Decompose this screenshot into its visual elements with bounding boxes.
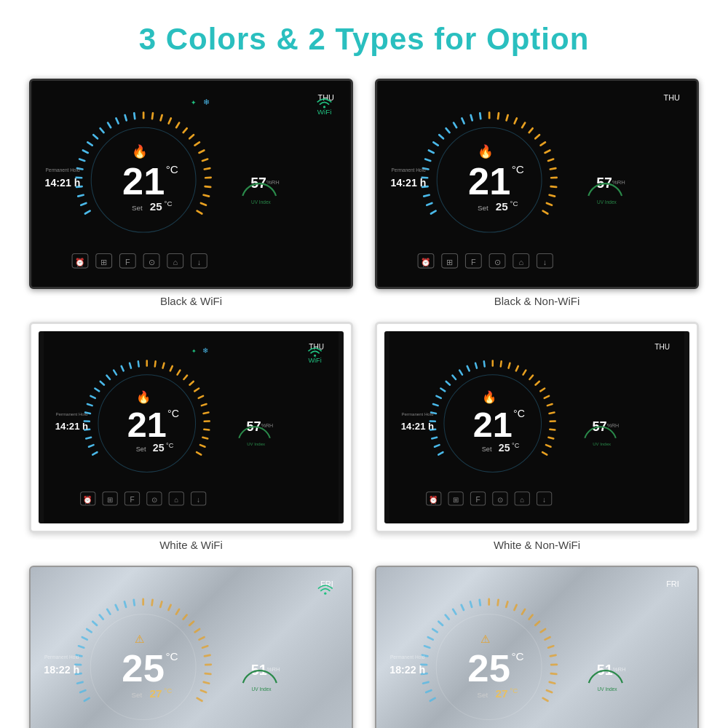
svg-text:27: 27	[149, 687, 162, 699]
svg-line-15	[134, 113, 135, 119]
white-inner-white-wifi: 🔥 21 °C Set 25 °C 14:21 h Permanent Hold…	[39, 331, 344, 523]
svg-line-78	[498, 113, 499, 119]
svg-text:27: 27	[495, 687, 507, 699]
svg-text:⌂: ⌂	[173, 258, 178, 266]
svg-text:°C: °C	[513, 408, 525, 420]
svg-text:Permanent Hold: Permanent Hold	[56, 413, 88, 417]
svg-text:⊞: ⊞	[107, 496, 113, 504]
svg-line-3	[78, 195, 83, 197]
svg-text:°C: °C	[510, 687, 518, 695]
svg-text:Set: Set	[131, 690, 142, 698]
svg-line-76	[480, 113, 480, 119]
silver-frame-silver-nonwifi: ⚠ 25 °C Set 27 °C 18:22 h Permanent Hold…	[375, 566, 699, 729]
item-white-nonwifi: 🔥 21 °C Set 25 °C 14:21 h Permanent Hold…	[375, 322, 699, 550]
svg-text:↓: ↓	[543, 258, 547, 266]
svg-text:↓: ↓	[197, 258, 201, 266]
svg-text:⊞: ⊞	[100, 258, 107, 266]
svg-text:✦: ✦	[191, 349, 197, 355]
item-label-black-nonwifi: Black & Non-WiFi	[494, 295, 580, 307]
svg-text:°C: °C	[164, 199, 172, 207]
svg-point-46	[323, 106, 325, 108]
svg-line-313	[498, 599, 499, 605]
svg-text:%RH: %RH	[266, 179, 280, 186]
svg-line-28	[205, 186, 211, 187]
svg-text:Set: Set	[132, 204, 143, 212]
svg-text:⌂: ⌂	[518, 258, 523, 266]
svg-text:14:21 h: 14:21 h	[401, 421, 434, 432]
svg-line-265	[205, 673, 211, 674]
svg-text:UV Index: UV Index	[597, 199, 617, 205]
svg-text:🔥: 🔥	[132, 143, 148, 159]
svg-line-146	[204, 430, 209, 430]
item-black-wifi: 🔥 21 °C Set 25 °C 14:21 h Permanent Hold…	[29, 79, 353, 307]
svg-text:Set: Set	[477, 690, 488, 698]
item-white-wifi: 🔥 21 °C Set 25 °C 14:21 h Permanent Hold…	[29, 322, 353, 550]
page: 3 Colors & 2 Types for Option 🔥 21 °C Se…	[0, 0, 728, 728]
thermostat-wrapper-black-wifi: 🔥 21 °C Set 25 °C 14:21 h Permanent Hold…	[29, 79, 353, 289]
svg-text:⏰: ⏰	[75, 257, 85, 267]
svg-text:⊞: ⊞	[446, 258, 453, 266]
svg-text:Set: Set	[482, 446, 492, 453]
svg-text:THU: THU	[664, 93, 680, 102]
svg-text:⏰: ⏰	[83, 495, 92, 505]
thermostat-wrapper-silver-wifi: ⚠ 25 °C Set 27 °C 18:22 h Permanent Hold…	[29, 566, 353, 729]
svg-text:⊙: ⊙	[494, 258, 501, 266]
svg-text:°C: °C	[511, 650, 523, 662]
screen-silver-nonwifi: ⚠ 25 °C Set 27 °C 18:22 h Permanent Hold…	[376, 567, 697, 729]
svg-line-322	[550, 654, 556, 655]
svg-line-147	[202, 438, 207, 439]
svg-text:14:21 h: 14:21 h	[55, 421, 88, 432]
svg-text:🔥: 🔥	[482, 389, 497, 405]
svg-text:25: 25	[496, 200, 508, 213]
svg-text:14:21 h: 14:21 h	[45, 177, 81, 189]
svg-text:⌂: ⌂	[174, 496, 178, 504]
svg-text:°C: °C	[164, 687, 172, 695]
white-inner-white-nonwifi: 🔥 21 °C Set 25 °C 14:21 h Permanent Hold…	[384, 331, 689, 523]
thermostat-wrapper-white-wifi: 🔥 21 °C Set 25 °C 14:21 h Permanent Hold…	[29, 322, 353, 532]
item-silver-wifi: ⚠ 25 °C Set 27 °C 18:22 h Permanent Hold…	[29, 566, 353, 729]
svg-text:THU: THU	[654, 344, 670, 352]
item-label-white-nonwifi: White & Non-WiFi	[494, 539, 580, 551]
svg-text:⏰: ⏰	[421, 257, 431, 267]
svg-text:↓: ↓	[197, 496, 200, 504]
svg-text:°C: °C	[167, 408, 179, 420]
svg-text:%RH: %RH	[261, 423, 274, 429]
svg-text:F: F	[475, 496, 480, 504]
svg-text:°C: °C	[166, 163, 178, 175]
svg-line-252	[134, 599, 135, 605]
svg-text:UV Index: UV Index	[593, 442, 611, 446]
svg-text:25: 25	[499, 442, 510, 454]
svg-line-64	[424, 195, 429, 197]
svg-text:25: 25	[122, 646, 165, 689]
item-label-black-wifi: Black & WiFi	[160, 295, 222, 307]
svg-text:⊞: ⊞	[453, 496, 459, 504]
svg-text:Permanent Hold: Permanent Hold	[402, 413, 434, 417]
svg-rect-237	[31, 567, 351, 729]
svg-line-133	[138, 362, 139, 367]
svg-text:Permanent Hold: Permanent Hold	[390, 654, 425, 660]
svg-line-196	[501, 362, 502, 367]
svg-text:°C: °C	[166, 442, 174, 449]
svg-line-263	[205, 654, 210, 655]
svg-point-282	[324, 592, 326, 594]
svg-text:UV Index: UV Index	[598, 687, 618, 692]
svg-line-182	[432, 438, 437, 439]
black-frame-black-wifi: 🔥 21 °C Set 25 °C 14:21 h Permanent Hold…	[29, 79, 353, 289]
svg-line-324	[551, 673, 557, 674]
svg-text:UV Index: UV Index	[251, 199, 272, 205]
svg-text:°C: °C	[165, 650, 178, 662]
svg-text:⚠: ⚠	[135, 633, 144, 645]
svg-text:14:21 h: 14:21 h	[391, 177, 427, 189]
svg-line-311	[480, 599, 480, 605]
svg-text:21: 21	[473, 405, 513, 444]
svg-text:Permanent Hold: Permanent Hold	[44, 654, 79, 660]
svg-text:°C: °C	[512, 442, 520, 449]
svg-line-135	[155, 362, 156, 367]
svg-text:57: 57	[596, 175, 612, 191]
svg-point-164	[314, 355, 316, 357]
svg-text:F: F	[125, 258, 130, 266]
svg-line-205	[550, 413, 555, 414]
svg-text:25: 25	[467, 646, 510, 689]
svg-text:❄: ❄	[202, 347, 208, 355]
screen-black-nonwifi: 🔥 21 °C Set 25 °C 14:21 h Permanent Hold…	[377, 81, 697, 287]
